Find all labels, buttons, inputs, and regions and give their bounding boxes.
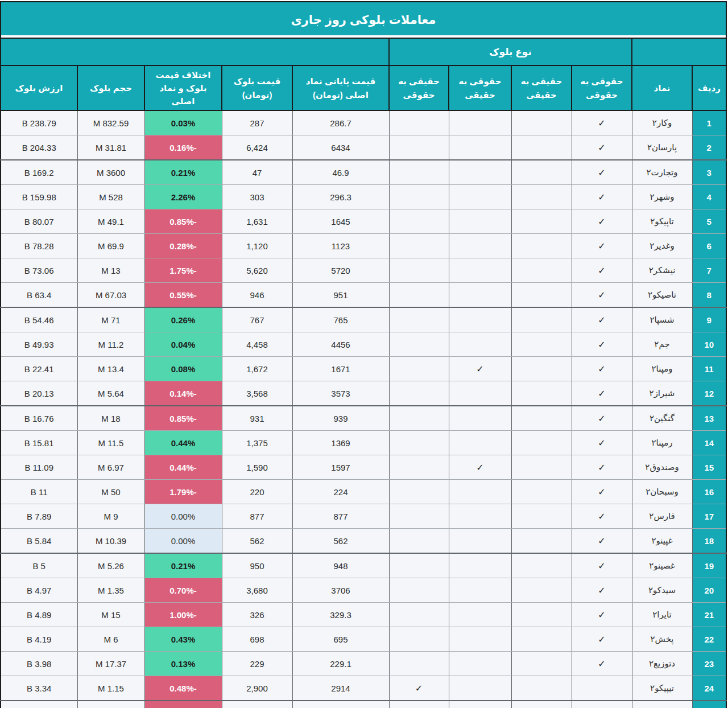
blocktype-real-to-real-cell xyxy=(511,529,572,554)
volume-cell: 3600 M xyxy=(77,160,144,185)
row-number-cell: 6 xyxy=(692,234,726,258)
volume-cell: 11.2 M xyxy=(77,332,144,357)
blocktype-real-to-real-cell xyxy=(511,307,572,332)
blocktype-legal-to-legal-cell xyxy=(572,676,632,701)
value-cell: 16.76 B xyxy=(1,406,77,431)
blocktype-real-to-real-cell xyxy=(511,234,572,258)
table-row: 9شسپا۲✓7657670.26%71 M54.46 B xyxy=(1,307,726,332)
blocktype-legal-to-real-cell xyxy=(449,480,511,504)
blocktype-legal-to-real-cell xyxy=(449,283,511,308)
blocktype-real-to-legal-cell xyxy=(389,504,449,529)
value-cell: 169.2 B xyxy=(1,160,77,185)
closing-price-cell: 695 xyxy=(292,627,389,652)
blocktype-real-to-legal-cell xyxy=(389,431,449,455)
blocktype-legal-to-legal-cell: ✓ xyxy=(572,578,632,603)
blocktype-legal-to-legal-cell: ✓ xyxy=(572,529,632,554)
volume-cell: 67.03 M xyxy=(77,283,144,308)
volume-cell: 69.9 M xyxy=(77,234,144,258)
symbol-cell: غپینو۲ xyxy=(632,529,692,554)
value-cell: 54.46 B xyxy=(1,307,77,332)
blocktype-real-to-legal-cell xyxy=(389,110,449,135)
closing-price-cell: 217.1 xyxy=(292,701,389,708)
closing-price-cell: 224 xyxy=(292,480,389,504)
blocktype-real-to-legal-cell xyxy=(389,307,449,332)
blocktype-real-to-legal-cell xyxy=(389,627,449,652)
blocktype-real-to-real-cell xyxy=(511,578,572,603)
blocktype-real-to-real-cell xyxy=(511,676,572,701)
closing-price-cell: 948 xyxy=(292,553,389,578)
block-price-cell: 213 xyxy=(222,701,292,708)
row-number-cell: 3 xyxy=(692,160,726,185)
blocktype-legal-to-legal-cell: ✓ xyxy=(572,160,632,185)
blocktype-real-to-legal-cell xyxy=(389,332,449,357)
closing-price-cell: 286.7 xyxy=(292,110,389,135)
table-row: 5تاپیکو۲✓16451,631-0.85%49.1 M80.07 B xyxy=(1,209,726,234)
column-header-row-number: ردیف xyxy=(692,65,726,110)
volume-cell: 5.64 M xyxy=(77,381,144,406)
blocktype-real-to-real-cell xyxy=(511,258,572,283)
volume-cell: 31.81 M xyxy=(77,135,144,160)
block-price-cell: 303 xyxy=(222,185,292,209)
column-header-closing-price: قیمت پایانی نماد اصلی (تومان) xyxy=(292,65,389,110)
table-row: 2پارسان۲✓64346,424-0.16%31.81 M204.33 B xyxy=(1,135,726,160)
table-row: 13گنگین۲✓939931-0.85%18 M16.76 B xyxy=(1,406,726,431)
checkmark-icon: ✓ xyxy=(598,118,605,128)
symbol-cell: شسپا۲ xyxy=(632,307,692,332)
symbol-cell: جم۲ xyxy=(632,332,692,357)
volume-cell: 5.26 M xyxy=(77,553,144,578)
table-row: 21تایرا۲✓329.3326-1.00%15 M4.89 B xyxy=(1,603,726,627)
table-row: 19غصینو۲✓9489500.21%5.26 M5 B xyxy=(1,553,726,578)
price-diff-cell: 0.44% xyxy=(144,431,222,455)
blocktype-legal-to-real-cell xyxy=(449,406,511,431)
closing-price-cell: 1645 xyxy=(292,209,389,234)
price-diff-cell: 0.04% xyxy=(144,332,222,357)
value-cell: 11 B xyxy=(1,480,77,504)
block-price-cell: 4,458 xyxy=(222,332,292,357)
blocktype-real-to-legal-cell xyxy=(389,160,449,185)
empty-header-cell xyxy=(632,38,726,65)
price-diff-cell: 0.03% xyxy=(144,110,222,135)
blocktype-legal-to-legal-cell: ✓ xyxy=(572,627,632,652)
blocktype-real-to-legal-cell xyxy=(389,652,449,676)
blocktype-real-to-real-cell xyxy=(511,357,572,381)
volume-cell: 15 M xyxy=(77,603,144,627)
blocktype-real-to-legal-cell xyxy=(389,406,449,431)
blocktype-real-to-legal-cell xyxy=(389,185,449,209)
symbol-cell: وسبحان۲ xyxy=(632,480,692,504)
table-row: 20سیدکو۲✓37063,680-0.70%1.35 M4.97 B xyxy=(1,578,726,603)
row-number-cell: 16 xyxy=(692,480,726,504)
checkmark-icon: ✓ xyxy=(598,143,605,153)
column-header-volume: حجم بلوک xyxy=(77,65,144,110)
symbol-cell: وکار۲ xyxy=(632,110,692,135)
blocktype-legal-to-real-cell xyxy=(449,135,511,160)
symbol-cell: فارس۲ xyxy=(632,504,692,529)
price-diff-cell: -0.16% xyxy=(144,135,222,160)
symbol-cell: پخش۲ xyxy=(632,627,692,652)
blocktype-real-to-real-cell xyxy=(511,553,572,578)
closing-price-cell: 2914 xyxy=(292,676,389,701)
price-diff-cell: 0.21% xyxy=(144,160,222,185)
blocktype-real-to-legal-cell xyxy=(389,234,449,258)
block-price-cell: 287 xyxy=(222,110,292,135)
symbol-cell: شیراز۲ xyxy=(632,381,692,406)
blocktype-real-to-legal-cell xyxy=(389,258,449,283)
blocktype-legal-to-legal-cell: ✓ xyxy=(572,283,632,308)
blocktype-real-to-real-cell xyxy=(511,332,572,357)
table-row: 11ومپنا۲✓✓16711,6720.08%13.4 M22.41 B xyxy=(1,357,726,381)
value-cell: 159.98 B xyxy=(1,185,77,209)
symbol-cell: وصندوق۲ xyxy=(632,455,692,480)
blocktype-real-to-real-cell xyxy=(511,603,572,627)
volume-cell: 9.41 M xyxy=(77,701,144,708)
row-number-cell: 19 xyxy=(692,553,726,578)
column-header-price-diff: اختلاف قیمت بلوک و نماد اصلی xyxy=(144,65,222,110)
price-diff-cell: -0.55% xyxy=(144,283,222,308)
block-trades-table: معاملات بلوکی روز جاری نوع بلوک ردیف نما… xyxy=(0,1,727,708)
value-cell: 3.34 B xyxy=(1,676,77,701)
column-header-symbol: نماد xyxy=(632,65,692,110)
volume-cell: 13 M xyxy=(77,258,144,283)
blocktype-real-to-real-cell xyxy=(511,185,572,209)
table-body: 1وکار۲✓286.72870.03%832.59 M238.79 B2پار… xyxy=(1,110,726,708)
closing-price-cell: 3706 xyxy=(292,578,389,603)
blocktype-legal-to-legal-cell: ✓ xyxy=(572,332,632,357)
column-header-legal-to-legal: حقوقی به حقوقی xyxy=(572,65,632,110)
